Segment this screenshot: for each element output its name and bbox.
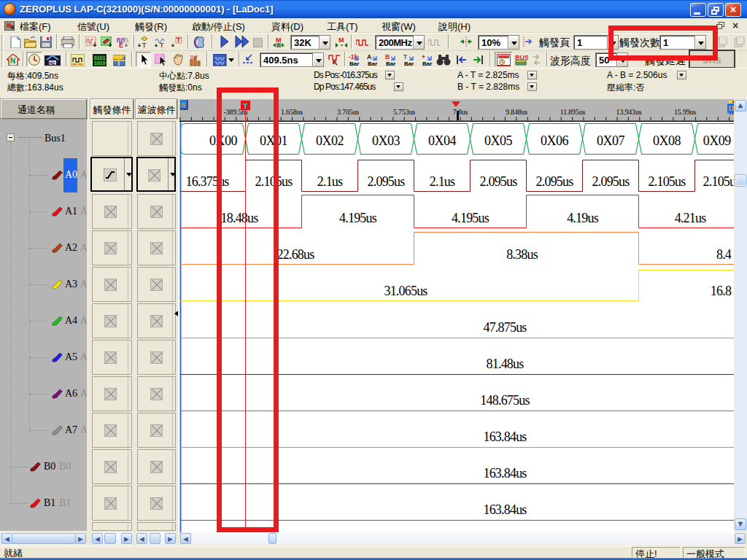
svg-text:Bar: Bar: [349, 61, 359, 66]
svg-text:2.105us: 2.105us: [703, 174, 734, 189]
svg-text:1.658us: 1.658us: [281, 108, 303, 116]
svg-text:E: E: [119, 42, 123, 48]
svg-text:0X08: 0X08: [653, 133, 681, 148]
svg-text:Bar: Bar: [422, 61, 432, 66]
svg-text:4.195us: 4.195us: [339, 211, 377, 225]
svg-text:Bar: Bar: [404, 61, 414, 66]
svg-text:163.84us: 163.84us: [483, 502, 527, 517]
svg-text:163.84us: 163.84us: [483, 429, 527, 444]
svg-text:31.065us: 31.065us: [384, 284, 427, 298]
svg-text:+: +: [422, 54, 425, 61]
svg-text:2.095us: 2.095us: [480, 174, 518, 189]
svg-text:13.943us: 13.943us: [616, 108, 642, 116]
svg-text:8.4: 8.4: [716, 247, 732, 262]
svg-text:A: A: [367, 54, 371, 61]
svg-text:16.8: 16.8: [711, 284, 732, 298]
svg-text:T: T: [177, 36, 181, 44]
svg-text:Bar: Bar: [368, 61, 377, 66]
svg-text:2.1us: 2.1us: [430, 174, 455, 189]
svg-text:148.675us: 148.675us: [480, 393, 530, 408]
svg-text:11.895us: 11.895us: [560, 108, 586, 116]
svg-text:B: B: [385, 54, 390, 61]
svg-text:47.875us: 47.875us: [483, 320, 527, 335]
svg-text:5.753us: 5.753us: [393, 108, 415, 116]
svg-text:M: M: [276, 36, 282, 44]
svg-text:0101: 0101: [94, 55, 106, 61]
svg-text:3.705us: 3.705us: [337, 108, 359, 116]
svg-text:81.48us: 81.48us: [487, 357, 525, 371]
svg-text:0X07: 0X07: [597, 133, 624, 148]
svg-text:T: T: [403, 54, 408, 61]
svg-text:M: M: [338, 36, 344, 44]
svg-text:T: T: [142, 42, 147, 48]
svg-text:0X05: 0X05: [484, 133, 512, 148]
svg-text:D: D: [728, 104, 734, 112]
svg-text:163.84us: 163.84us: [483, 466, 527, 481]
svg-text:0X04: 0X04: [428, 133, 456, 148]
svg-text:15.99us: 15.99us: [674, 108, 696, 116]
svg-text:2.095us: 2.095us: [536, 174, 574, 189]
svg-text:4.21us: 4.21us: [675, 211, 707, 225]
svg-text:2.105us: 2.105us: [649, 174, 686, 189]
svg-text:0X09: 0X09: [703, 133, 731, 148]
svg-text:4.195us: 4.195us: [452, 211, 489, 225]
svg-text:7.8us: 7.8us: [453, 108, 468, 116]
svg-text:1010: 1010: [94, 61, 106, 66]
svg-text:0X03: 0X03: [372, 133, 400, 148]
svg-text:T: T: [160, 42, 164, 48]
svg-text:0X06: 0X06: [541, 133, 568, 148]
svg-text:Bar: Bar: [386, 61, 395, 66]
svg-text:4.19us: 4.19us: [567, 211, 599, 225]
svg-text:2.095us: 2.095us: [592, 174, 630, 189]
svg-text:S: S: [181, 101, 185, 109]
svg-text:22.68us: 22.68us: [277, 247, 315, 262]
svg-text:8.38us: 8.38us: [506, 247, 538, 262]
svg-text:2.095us: 2.095us: [368, 174, 406, 189]
svg-text:2.1us: 2.1us: [317, 174, 343, 189]
svg-text:0X02: 0X02: [316, 133, 344, 148]
svg-text:9.848us: 9.848us: [506, 108, 527, 116]
